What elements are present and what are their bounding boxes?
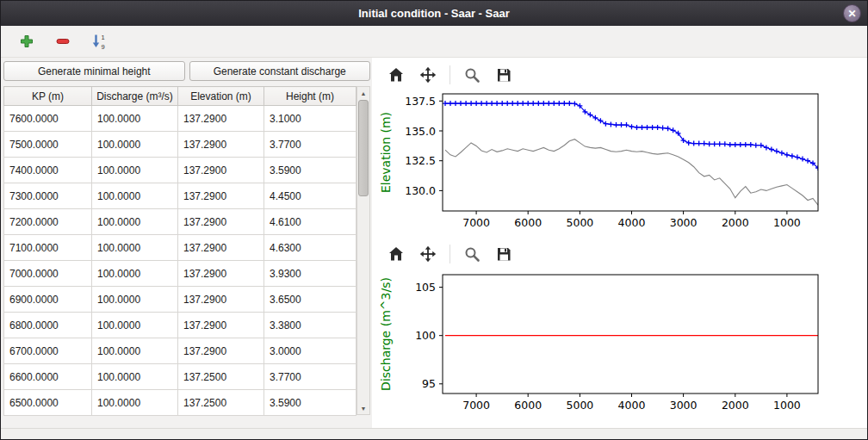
- elevation-chart[interactable]: 7000600050004000300020001000130.0132.513…: [377, 89, 867, 240]
- table-cell[interactable]: 4.6100: [264, 209, 356, 235]
- svg-text:135.0: 135.0: [405, 125, 436, 138]
- table-cell[interactable]: 137.2900: [178, 235, 264, 261]
- table-cell[interactable]: 7100.0000: [4, 235, 92, 261]
- table-cell[interactable]: 7500.0000: [4, 132, 92, 158]
- table-cell[interactable]: 4.6300: [264, 235, 356, 261]
- generate-buttons-row: Generate minimal height Generate constan…: [3, 61, 370, 81]
- table-cell[interactable]: 7600.0000: [4, 106, 92, 132]
- table-cell[interactable]: 3.5900: [264, 158, 356, 183]
- svg-text:9: 9: [102, 43, 105, 51]
- table-cell[interactable]: 3.7700: [264, 132, 356, 158]
- table-cell[interactable]: 100.0000: [92, 183, 178, 209]
- table-cell[interactable]: 137.2500: [178, 364, 264, 390]
- table-cell[interactable]: 100.0000: [92, 158, 178, 183]
- svg-text:132.5: 132.5: [405, 154, 436, 167]
- table-row: 6900.0000100.0000137.29003.6500: [4, 287, 356, 313]
- scroll-up-button[interactable]: ▲: [357, 87, 369, 99]
- table-cell[interactable]: 100.0000: [92, 235, 178, 261]
- table-cell[interactable]: 100.0000: [92, 313, 178, 338]
- table-cell[interactable]: 3.3800: [264, 313, 356, 338]
- table-cell[interactable]: 137.2500: [178, 390, 264, 416]
- generate-minimal-height-button[interactable]: Generate minimal height: [3, 61, 185, 81]
- table-cell[interactable]: 137.2900: [178, 183, 264, 209]
- elevation-save-button[interactable]: [493, 65, 514, 85]
- table-cell[interactable]: 6900.0000: [4, 287, 92, 313]
- title-bar[interactable]: Initial condition - Saar - Saar ✕: [1, 1, 867, 26]
- table-row: 7300.0000100.0000137.29004.4500: [4, 183, 356, 209]
- plus-icon: [19, 34, 34, 49]
- svg-text:1: 1: [102, 34, 105, 41]
- add-row-button[interactable]: [16, 31, 37, 52]
- zoom-icon: [463, 66, 480, 84]
- column-header[interactable]: KP (m): [4, 87, 92, 106]
- pan-icon: [419, 66, 437, 84]
- table-cell[interactable]: 137.2900: [178, 313, 264, 338]
- table-cell[interactable]: 3.1000: [264, 106, 356, 132]
- table-cell[interactable]: 7400.0000: [4, 158, 92, 183]
- svg-text:1000: 1000: [773, 216, 801, 229]
- table-cell[interactable]: 137.2900: [178, 106, 264, 132]
- discharge-zoom-button[interactable]: [462, 244, 482, 264]
- table-cell[interactable]: 100.0000: [92, 390, 178, 416]
- table-cell[interactable]: 100.0000: [92, 209, 178, 235]
- save-icon: [495, 66, 512, 84]
- table-cell[interactable]: 137.2900: [178, 338, 264, 364]
- table-cell[interactable]: 6700.0000: [4, 338, 92, 364]
- table-cell[interactable]: 6500.0000: [4, 390, 92, 416]
- table-cell[interactable]: 100.0000: [92, 106, 178, 132]
- elevation-pan-button[interactable]: [418, 65, 438, 85]
- table-cell[interactable]: 137.2900: [178, 287, 264, 313]
- table-cell[interactable]: 100.0000: [92, 364, 178, 390]
- main-toolbar: 1 9: [1, 26, 867, 58]
- close-button[interactable]: ✕: [843, 4, 861, 22]
- svg-text:5000: 5000: [566, 216, 593, 229]
- scrollbar-track[interactable]: [357, 99, 369, 402]
- svg-text:4000: 4000: [618, 399, 646, 412]
- svg-text:100: 100: [415, 329, 436, 342]
- table-cell[interactable]: 100.0000: [92, 132, 178, 158]
- table-cell[interactable]: 100.0000: [92, 338, 178, 364]
- discharge-pan-button[interactable]: [418, 244, 438, 264]
- discharge-save-button[interactable]: [493, 244, 514, 264]
- table-cell[interactable]: 3.6500: [264, 287, 356, 313]
- table-cell[interactable]: 3.7700: [264, 364, 356, 390]
- generate-constant-discharge-button[interactable]: Generate constant discharge: [189, 61, 371, 81]
- column-header[interactable]: Elevation (m): [178, 87, 264, 106]
- discharge-home-button[interactable]: [386, 244, 406, 264]
- table-cell[interactable]: 137.2900: [178, 158, 264, 183]
- table-cell[interactable]: 100.0000: [92, 287, 178, 313]
- elevation-home-button[interactable]: [386, 65, 406, 85]
- table-cell[interactable]: 3.9300: [264, 261, 356, 287]
- table-cell[interactable]: 7000.0000: [4, 261, 92, 287]
- table-cell[interactable]: 100.0000: [92, 261, 178, 287]
- table-row: 7200.0000100.0000137.29004.6100: [4, 209, 356, 235]
- sort-rows-button[interactable]: 1 9: [89, 31, 109, 52]
- svg-text:7000: 7000: [462, 216, 490, 229]
- table-cell[interactable]: 7300.0000: [4, 183, 92, 209]
- table-cell[interactable]: 7200.0000: [4, 209, 92, 235]
- table-cell[interactable]: 137.2900: [178, 209, 264, 235]
- toolbar-separator: [450, 65, 450, 84]
- table-cell[interactable]: 137.2900: [178, 261, 264, 287]
- table-cell[interactable]: 4.4500: [264, 183, 356, 209]
- scrollbar-thumb[interactable]: [358, 100, 369, 196]
- table-cell[interactable]: 6800.0000: [4, 313, 92, 338]
- left-panel: Generate minimal height Generate constan…: [1, 58, 372, 428]
- content: Generate minimal height Generate constan…: [1, 58, 867, 428]
- table-cell[interactable]: 137.2900: [178, 132, 264, 158]
- table-cell[interactable]: 6600.0000: [4, 364, 92, 390]
- table-row: 7100.0000100.0000137.29004.6300: [4, 235, 356, 261]
- column-header[interactable]: Discharge (m³/s): [92, 87, 178, 106]
- svg-text:3000: 3000: [670, 216, 698, 229]
- window-title: Initial condition - Saar - Saar: [1, 7, 867, 20]
- table-scrollbar[interactable]: ▲ ▼: [356, 86, 370, 415]
- pan-icon: [419, 245, 437, 263]
- remove-row-button[interactable]: [53, 31, 73, 52]
- table-cell[interactable]: 3.0000: [264, 338, 356, 364]
- discharge-chart[interactable]: 700060005000400030002000100095100105Disc…: [377, 268, 867, 423]
- column-header[interactable]: Height (m): [264, 87, 356, 106]
- elevation-zoom-button[interactable]: [462, 65, 482, 85]
- table-row: 7500.0000100.0000137.29003.7700: [4, 132, 356, 158]
- table-cell[interactable]: 3.5900: [264, 390, 356, 416]
- scroll-down-button[interactable]: ▼: [357, 402, 369, 414]
